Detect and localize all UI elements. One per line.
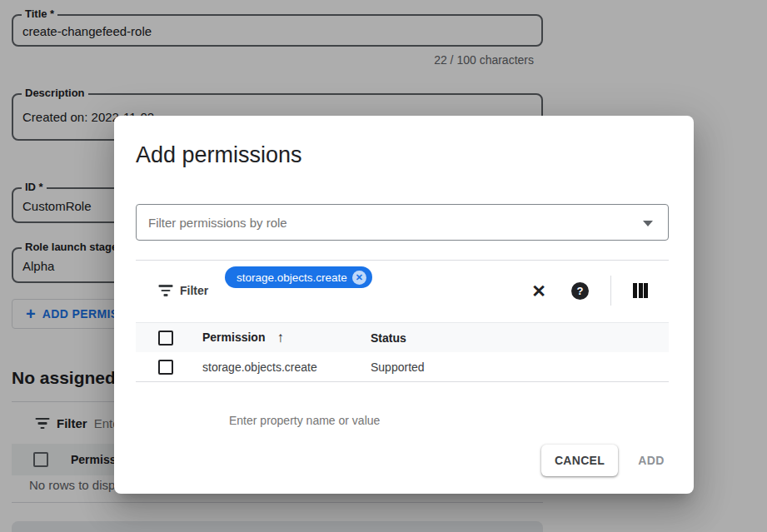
property-filter-input[interactable] xyxy=(229,414,512,427)
dialog-title: Add permissions xyxy=(136,142,302,168)
select-all-checkbox[interactable] xyxy=(158,331,173,346)
help-icon[interactable]: ? xyxy=(571,282,589,300)
column-display-options-icon[interactable] xyxy=(631,283,650,298)
row-checkbox[interactable] xyxy=(158,360,173,375)
property-filter-field[interactable] xyxy=(229,413,512,428)
add-button[interactable]: ADD xyxy=(625,445,677,476)
sort-ascending-icon: ↑ xyxy=(276,330,284,346)
filter-chip-label: storage.objects.create xyxy=(237,271,347,284)
toolbar-divider xyxy=(610,276,611,306)
role-filter-input[interactable] xyxy=(148,205,631,240)
filter-permissions-by-role-select[interactable] xyxy=(136,204,669,241)
permissions-table-header: Permission↑ Status xyxy=(136,322,669,352)
add-permissions-dialog: Add permissions Filter storage.objects.c… xyxy=(114,116,694,494)
permission-cell: storage.objects.create xyxy=(202,360,317,374)
table-row[interactable]: storage.objects.create Supported xyxy=(136,352,669,382)
status-column-header[interactable]: Status xyxy=(371,331,406,345)
status-cell: Supported xyxy=(371,360,425,374)
divider xyxy=(136,260,669,261)
screen: Title * create-changefeed-role 22 / 100 … xyxy=(0,0,767,532)
cancel-button[interactable]: CANCEL xyxy=(541,445,618,476)
filter-icon xyxy=(158,285,173,296)
chip-close-icon[interactable]: ✕ xyxy=(352,271,366,285)
filter-label: Filter xyxy=(180,284,208,297)
filter-chip[interactable]: storage.objects.create ✕ xyxy=(225,266,372,288)
permission-column-header[interactable]: Permission↑ xyxy=(202,330,284,346)
chevron-down-icon xyxy=(643,221,653,226)
clear-filter-icon[interactable]: ✕ xyxy=(527,280,550,303)
